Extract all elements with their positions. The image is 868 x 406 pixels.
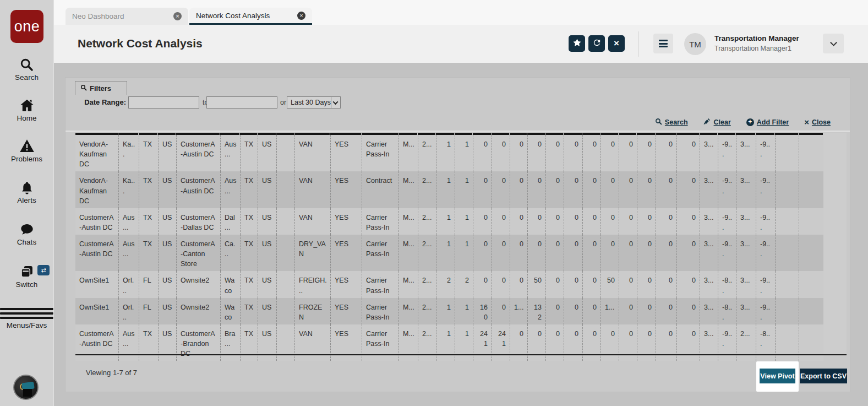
sidebar-item-label: Menus/Favs <box>0 321 53 329</box>
vertical-scrollbar[interactable] <box>823 133 847 354</box>
table-cell <box>799 135 823 171</box>
table-cell <box>276 271 294 297</box>
table-cell: US <box>158 271 176 297</box>
filter-close-link[interactable]: × Close <box>804 118 831 126</box>
hamburger-icon <box>659 39 668 49</box>
table-cell <box>276 208 294 235</box>
filter-clear-link[interactable]: Clear <box>703 117 731 127</box>
bell-icon <box>0 180 53 195</box>
table-row[interactable]: VendorA-Kaufman DCKa...TXUSCustomerA-Aus… <box>75 135 823 171</box>
table-cell: 0 <box>545 324 564 361</box>
table-bottom-border <box>75 354 847 355</box>
table-cell: 1 <box>436 135 455 171</box>
switch-badge-swap-icon[interactable]: ⇄ <box>37 265 50 275</box>
table-cell: US <box>158 298 176 324</box>
table-cell: 2... <box>418 324 436 361</box>
table-row[interactable]: CustomerA-Austin DCAus...TXUSCustomerA-C… <box>75 235 823 271</box>
table-cell: 0 <box>564 324 582 361</box>
table-cell: 2... <box>736 324 756 361</box>
table-cell: 0 <box>510 235 527 271</box>
table-cell: 0 <box>492 271 510 297</box>
table-cell: VAN <box>294 324 330 361</box>
view-pivot-button[interactable]: View Pivot <box>760 369 795 383</box>
table-cell: 0 <box>582 135 600 171</box>
table-row[interactable]: OwnSite1Orl...FLUSOwnsite2WacoTXUSFREIGH… <box>75 271 823 297</box>
table-cell: 0 <box>582 171 600 208</box>
table-cell: US <box>158 208 176 235</box>
table-cell: 0 <box>656 324 676 361</box>
table-cell: 3... <box>736 298 756 324</box>
table-cell: Waco <box>220 271 240 297</box>
close-icon[interactable]: × <box>173 12 182 20</box>
sidebar-item-problems[interactable]: Problems <box>0 138 53 163</box>
table-cell: 0 <box>545 208 564 235</box>
table-cell: FROZEN <box>294 298 330 324</box>
table-cell: -8... <box>718 271 736 297</box>
table-cell: TX <box>240 298 258 324</box>
close-icon: × <box>614 38 619 49</box>
close-page-button[interactable]: × <box>608 35 625 52</box>
table-cell: 2... <box>418 271 436 297</box>
date-preset-select[interactable]: Last 30 Days <box>287 96 341 109</box>
header-menu-button[interactable] <box>653 34 673 53</box>
favorite-star-button[interactable] <box>569 35 585 52</box>
table-cell <box>799 324 823 361</box>
tab-neo-dashboard[interactable]: Neo Dashboard × <box>65 8 188 25</box>
table-cell: 0 <box>656 208 676 235</box>
table-cell: 0 <box>564 271 582 297</box>
sidebar-item-menus-favs[interactable]: Menus/Favs <box>0 308 53 329</box>
table-row[interactable]: CustomerA-Austin DCAus...TXUSCustomerA-D… <box>75 208 823 235</box>
table-cell: Ka... <box>118 135 139 171</box>
table-cell: TX <box>240 271 258 297</box>
user-menu-button[interactable] <box>823 34 844 53</box>
table-cell: Bra... <box>220 324 240 361</box>
sidebar-item-chats[interactable]: Chats <box>0 222 53 246</box>
table-cell: -9... <box>756 135 775 171</box>
table-cell: 0 <box>545 135 564 171</box>
table-cell: 0 <box>676 208 700 235</box>
table-cell: 0 <box>527 208 545 235</box>
table-cell: 0 <box>600 208 619 235</box>
table-cell: 0 <box>510 324 527 361</box>
neo-assistant-logo[interactable] <box>13 375 39 400</box>
date-range-label: Date Range: <box>65 98 126 106</box>
date-to-field <box>206 96 277 109</box>
filter-add-label: Add Filter <box>757 118 789 126</box>
table-row[interactable]: VendorA-Kaufman DCKa...TXUSCustomerA-Aus… <box>75 171 823 208</box>
one-logo[interactable]: one <box>10 10 43 43</box>
table-cell: TX <box>139 235 158 271</box>
table-cell: 1 <box>436 235 455 271</box>
sidebar-item-alerts[interactable]: Alerts <box>0 180 53 204</box>
table-cell: DRY_VAN <box>294 235 330 271</box>
filters-tab[interactable]: Filters <box>75 81 127 95</box>
table-cell: 1 <box>455 324 473 361</box>
filter-search-link[interactable]: Search <box>655 118 688 127</box>
filter-separator <box>65 131 850 132</box>
table-cell: US <box>158 324 176 361</box>
sidebar-item-home[interactable]: Home <box>0 98 53 122</box>
table-cell: 0 <box>637 324 656 361</box>
sidebar-item-label: Problems <box>0 155 53 163</box>
table-cell: 3... <box>700 171 718 208</box>
header-divider <box>638 31 639 57</box>
table-cell: 0 <box>582 271 600 297</box>
sidebar-item-switch[interactable]: ⇄ Switch <box>0 264 53 289</box>
table-cell: TX <box>240 208 258 235</box>
refresh-button[interactable] <box>588 35 605 52</box>
user-avatar[interactable]: TM <box>684 33 706 55</box>
tab-network-cost-analysis[interactable]: Network Cost Analysis × <box>189 8 312 25</box>
table-cell: -9... <box>756 171 775 208</box>
table-cell: 2 <box>455 271 473 297</box>
table-cell: 1 <box>455 298 473 324</box>
table-cell: 0 <box>619 298 637 324</box>
table-row[interactable]: OwnSite1Orl...FLUSOwnsite2WacoTXUSFROZEN… <box>75 298 823 324</box>
sidebar-item-search[interactable]: Search <box>0 57 53 82</box>
export-to-csv-button[interactable]: Export to CSV <box>800 369 847 383</box>
table-row[interactable]: CustomerA-Austin DCAus...TXUSCustomerA-B… <box>75 324 823 361</box>
table-cell: Ownsite2 <box>176 298 220 324</box>
filter-add-link[interactable]: + Add Filter <box>746 118 789 126</box>
table-cell: M... <box>398 171 418 208</box>
table-cell: 2... <box>418 135 436 171</box>
close-icon[interactable]: × <box>297 12 305 20</box>
table-cell: YES <box>330 171 362 208</box>
